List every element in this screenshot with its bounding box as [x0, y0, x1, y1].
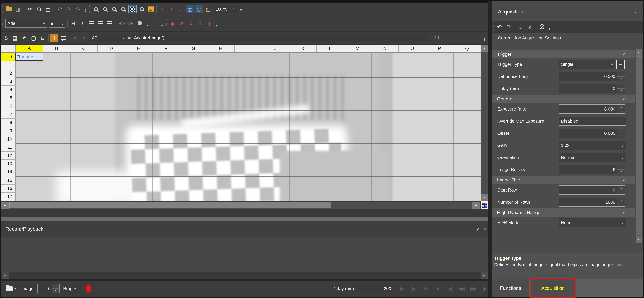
stop-button[interactable]: ■ [432, 284, 444, 294]
save-job-icon[interactable]: ▥ [14, 5, 22, 13]
column-header-d[interactable]: D [98, 45, 125, 52]
increase-decimal-icon[interactable]: ◂00 [117, 19, 126, 28]
toolbar-overflow-button[interactable]: ▾ [482, 35, 487, 41]
scroll-up-button[interactable]: ▲ [636, 49, 642, 56]
image-format-select[interactable]: Bmp ∨ [61, 284, 81, 293]
folder-dropdown-arrow[interactable]: ▾ [14, 287, 16, 290]
column-header-b[interactable]: B [43, 45, 70, 52]
warning-triangle-icon[interactable]: ⚠ [196, 19, 204, 28]
toolbar-overflow-button[interactable]: ▾ [145, 20, 150, 27]
column-header-o[interactable]: O [399, 45, 426, 52]
row-header-6[interactable]: 6 [2, 102, 16, 110]
toolbar-overflow-button[interactable]: ▾ [239, 6, 243, 12]
undo-icon[interactable]: ↶ [56, 5, 64, 13]
previous-image-button[interactable]: ◀◀ [456, 284, 467, 294]
data-grid-icon[interactable]: ▦ [11, 34, 20, 42]
spinner-buttons[interactable]: ▲▼ [618, 165, 625, 174]
copy-structure-icon[interactable]: ⧉ [178, 19, 186, 28]
font-family-select[interactable]: Arial∨ [5, 19, 47, 28]
first-image-button[interactable]: |◀ [444, 284, 456, 294]
column-header-f[interactable]: F [152, 45, 180, 52]
clear-settings-icon[interactable]: ☒ [526, 22, 534, 31]
import-settings-icon[interactable]: ⇩ [516, 22, 525, 31]
spinner-buttons[interactable]: ▲▼ [618, 185, 625, 195]
delay-ms--input[interactable]: 0 [558, 84, 618, 93]
insert-reference-icon[interactable]: ◆ [168, 19, 176, 28]
column-header-i[interactable]: I [234, 45, 262, 52]
bold-icon[interactable]: B [69, 19, 77, 28]
row-header-13[interactable]: 13 [2, 160, 16, 168]
scrollbar-thumb[interactable] [9, 202, 332, 208]
trigger-settings-button[interactable]: ▤ [616, 60, 625, 69]
toolbar-drag-handle[interactable] [492, 23, 494, 31]
image-display-icon[interactable] [147, 5, 155, 13]
image-index-stepper[interactable]: ▲▼ [52, 284, 60, 293]
toolbar-overflow-button[interactable]: ▾ [83, 6, 88, 12]
region-tool-icon[interactable]: ▢ [30, 34, 38, 42]
orientation-select[interactable]: Normal∨ [558, 153, 626, 162]
column-header-p[interactable]: P [426, 45, 454, 52]
column-header-l[interactable]: L [316, 45, 344, 52]
decrease-decimal-icon[interactable]: 00▸ [126, 19, 135, 28]
override-max-exposure-select[interactable]: Disabled∨ [558, 117, 626, 126]
column-header-m[interactable]: M [344, 45, 371, 52]
highlight-errors-icon[interactable]: ! [50, 34, 58, 42]
play-once-button[interactable]: ▶ [396, 284, 408, 294]
toolbar-drag-handle[interactable] [2, 19, 3, 27]
image-type-button[interactable]: Image [17, 284, 38, 293]
font-color-icon[interactable] [150, 19, 159, 28]
delete-row-icon[interactable]: ↓ [176, 5, 185, 13]
cell-reference-select[interactable]: A0 ∨ [90, 34, 126, 42]
paste-icon[interactable]: ▤ [44, 5, 52, 13]
column-header-j[interactable]: J [262, 45, 289, 52]
zoom-actual-size-icon[interactable] [110, 5, 118, 13]
scroll-left-button[interactable]: ◀ [2, 272, 9, 279]
grid-view-icon[interactable]: ▦ [186, 5, 194, 13]
fill-color-icon[interactable] [136, 19, 144, 28]
delete-icon[interactable]: ✕ [158, 5, 166, 13]
spinner-buttons[interactable]: ▲▼ [618, 84, 625, 93]
cell-state-error-icon[interactable]: ✗ [80, 34, 88, 42]
spreadsheet-view-toggle-button[interactable] [481, 201, 488, 209]
chevron-down-icon[interactable]: ∨ [634, 9, 637, 14]
record-playback-scrollbar[interactable]: ◀ ▶ [2, 272, 491, 279]
state-chart-icon[interactable]: ▥ [205, 19, 213, 28]
loop-button[interactable]: ⟳ [420, 284, 432, 294]
repeat-icon[interactable]: ↷ [74, 5, 82, 13]
column-header-c[interactable]: C [70, 45, 98, 52]
palette-icon[interactable]: ▨ [204, 5, 212, 13]
redo-icon[interactable]: ↷ [65, 5, 73, 13]
section-header-general[interactable]: General∨ [492, 95, 634, 103]
pane-splitter[interactable] [2, 217, 491, 221]
column-header-a[interactable]: A [16, 45, 43, 52]
toolbar-drag-handle[interactable] [166, 19, 167, 27]
graphics-overlay-icon[interactable]: ◎ [195, 5, 203, 13]
toolbar-overflow-button[interactable]: ▾ [160, 20, 164, 27]
zoom-fit-icon[interactable] [119, 5, 128, 13]
spinner-buttons[interactable]: ▲▼ [618, 72, 625, 81]
hdr-mode-select[interactable]: None∨ [558, 218, 626, 227]
delay-input[interactable]: 200 [357, 284, 394, 293]
row-header-2[interactable]: 2 [2, 69, 16, 77]
number-of-rows-input[interactable]: 1080 [558, 198, 618, 207]
section-header-trigger[interactable]: Trigger∨ [492, 50, 634, 58]
row-header-10[interactable]: 10 [2, 135, 16, 143]
toolbar-overflow-button[interactable]: ▾ [547, 23, 552, 30]
column-header-q[interactable]: Q [454, 45, 481, 52]
scroll-down-button[interactable]: ▼ [636, 236, 642, 243]
tab-acquisition[interactable]: Acquisition [531, 279, 575, 297]
collapse-panel-button[interactable]: ∨ [474, 225, 482, 233]
if-condition-link[interactable]: if 1 [434, 35, 440, 40]
zoom-out-icon[interactable] [101, 5, 109, 13]
grid-corner[interactable] [2, 45, 16, 53]
section-header-high-dynamic-range[interactable]: High Dynamic Range∨ [492, 208, 634, 217]
align-left-icon[interactable] [87, 19, 96, 28]
offset-input[interactable]: 0.000 [558, 129, 618, 138]
debounce-ms--input[interactable]: 0.500 [558, 72, 618, 81]
row-header-9[interactable]: 9 [2, 127, 16, 135]
image-buffers-input[interactable]: 6 [558, 165, 618, 174]
align-right-icon[interactable] [106, 19, 114, 28]
row-header-1[interactable]: 1 [2, 61, 16, 69]
insert-function-icon[interactable]: fx [20, 34, 28, 42]
exposure-ms--input[interactable]: 8.000 [558, 104, 618, 114]
